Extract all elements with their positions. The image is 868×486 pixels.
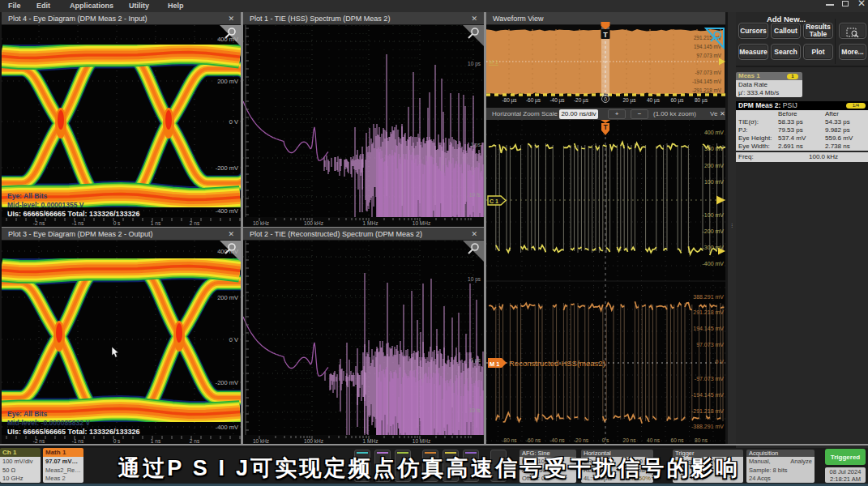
- svg-text:1 MHz: 1 MHz: [363, 220, 378, 226]
- svg-text:0: 0: [604, 96, 607, 102]
- svg-text:-80 ns: -80 ns: [502, 437, 517, 443]
- svg-text:20 µs: 20 µs: [622, 97, 636, 104]
- svg-text:100 kHz: 100 kHz: [304, 438, 323, 444]
- svg-text:0 s: 0 s: [113, 438, 121, 444]
- svg-text:Reconstructed-HSS(meas2): Reconstructed-HSS(meas2): [509, 359, 605, 368]
- svg-text:194.145 mV: 194.145 mV: [693, 326, 724, 331]
- svg-text:40 ns: 40 ns: [647, 437, 661, 443]
- svg-text:40 µs: 40 µs: [647, 97, 661, 104]
- svg-text:10 MHz: 10 MHz: [413, 220, 430, 226]
- svg-text:-400 mV: -400 mV: [703, 261, 725, 266]
- svg-text:UIs: 66665/66665 Total: 133: UIs: 66665/66665 Total: 133326/133326: [7, 210, 139, 217]
- svg-text:-97.073 mV: -97.073 mV: [695, 70, 721, 75]
- svg-text:10 kHz: 10 kHz: [253, 438, 269, 444]
- svg-text:-200 mV: -200 mV: [216, 379, 238, 386]
- svg-text:0 V: 0 V: [229, 118, 238, 126]
- svg-text:60 ns: 60 ns: [671, 437, 685, 443]
- svg-text:10 ps: 10 ps: [468, 276, 481, 283]
- svg-text:200 mV: 200 mV: [217, 294, 238, 301]
- svg-text:388.291 mV: 388.291 mV: [693, 294, 724, 300]
- svg-text:1 ns: 1 ns: [151, 220, 161, 226]
- svg-text:-400 mV: -400 mV: [216, 424, 238, 431]
- svg-text:0 s: 0 s: [113, 220, 121, 226]
- svg-text:-20 ns: -20 ns: [574, 437, 589, 443]
- svg-text:-100 mV: -100 mV: [703, 212, 725, 218]
- svg-text:100 mV: 100 mV: [704, 179, 724, 185]
- svg-text:T: T: [603, 123, 608, 131]
- svg-text:10 fs: 10 fs: [469, 407, 481, 413]
- svg-text:10 kHz: 10 kHz: [253, 220, 269, 226]
- svg-text:194.145 mV: 194.145 mV: [694, 44, 722, 49]
- svg-text:400 mV: 400 mV: [217, 248, 238, 255]
- svg-text:-291.218 mV: -291.218 mV: [692, 87, 722, 93]
- svg-text:-400 mV: -400 mV: [216, 207, 238, 215]
- svg-text:-194.145 mV: -194.145 mV: [691, 392, 724, 398]
- svg-text:2 ns: 2 ns: [190, 438, 200, 444]
- svg-text:80 µs: 80 µs: [695, 97, 708, 104]
- svg-text:Mid-level: -0.000085832 V: Mid-level: -0.000085832 V: [7, 419, 90, 427]
- svg-text:-2 ns: -2 ns: [33, 220, 45, 226]
- svg-text:20 ns: 20 ns: [623, 437, 637, 443]
- svg-text:200 mV: 200 mV: [704, 163, 724, 168]
- svg-text:-2 ns: -2 ns: [33, 438, 45, 444]
- svg-text:M 1: M 1: [489, 59, 498, 65]
- svg-text:UIs: 66665/66665 Total: 133: UIs: 66665/66665 Total: 133326/133326: [7, 428, 139, 435]
- svg-text:-60 ns: -60 ns: [526, 437, 541, 443]
- svg-text:Eye: All Bits: Eye: All Bits: [7, 192, 48, 200]
- svg-text:Eye: All Bits: Eye: All Bits: [7, 410, 48, 418]
- svg-text:-1 ns: -1 ns: [72, 220, 84, 226]
- svg-text:M 1: M 1: [490, 360, 500, 368]
- svg-text:-1 ns: -1 ns: [72, 438, 84, 444]
- svg-text:80 ns: 80 ns: [695, 437, 708, 443]
- svg-text:10 fs: 10 fs: [469, 192, 481, 198]
- svg-text:-60 µs: -60 µs: [526, 97, 541, 104]
- svg-text:-291.218 mV: -291.218 mV: [691, 408, 724, 414]
- svg-text:-200 mV: -200 mV: [703, 228, 725, 234]
- svg-text:-300 mV: -300 mV: [703, 245, 725, 250]
- svg-text:0 s: 0 s: [602, 437, 609, 443]
- svg-text:C 1: C 1: [490, 198, 498, 204]
- svg-text:-194.145 mV: -194.145 mV: [692, 79, 722, 84]
- svg-text:1 ps: 1 ps: [471, 357, 481, 364]
- svg-text:0 V: 0 V: [715, 359, 724, 364]
- svg-text:200 mV: 200 mV: [217, 78, 238, 85]
- svg-text:300 mV: 300 mV: [704, 146, 724, 151]
- svg-text:100 kHz: 100 kHz: [304, 220, 323, 226]
- svg-text:0 V: 0 V: [229, 336, 238, 343]
- svg-text:T: T: [603, 31, 608, 39]
- svg-text:-80 µs: -80 µs: [502, 97, 517, 104]
- svg-text:97.073 mV: 97.073 mV: [696, 342, 724, 347]
- svg-text:1 ps: 1 ps: [471, 142, 481, 148]
- svg-text:-20 µs: -20 µs: [574, 97, 589, 104]
- svg-text:-200 mV: -200 mV: [216, 164, 238, 172]
- svg-text:-40 ns: -40 ns: [549, 437, 565, 443]
- svg-text:97.073 mV: 97.073 mV: [697, 53, 722, 58]
- svg-text:10 MHz: 10 MHz: [413, 438, 430, 444]
- svg-text:1 MHz: 1 MHz: [363, 438, 378, 444]
- svg-text:Mid-level: 0.00001355 V: Mid-level: 0.00001355 V: [7, 201, 84, 209]
- svg-text:-97.073 mV: -97.073 mV: [695, 376, 725, 382]
- svg-text:10 ps: 10 ps: [468, 61, 481, 67]
- svg-text:-40 µs: -40 µs: [549, 97, 565, 104]
- svg-text:400 mV: 400 mV: [217, 36, 238, 43]
- svg-text:-388.291 mV: -388.291 mV: [691, 424, 724, 429]
- svg-text:2 ns: 2 ns: [190, 220, 200, 226]
- svg-text:291.218 mV: 291.218 mV: [693, 309, 724, 315]
- svg-text:60 µs: 60 µs: [670, 97, 684, 104]
- svg-text:1 ns: 1 ns: [151, 438, 161, 444]
- svg-text:400 mV: 400 mV: [704, 130, 724, 135]
